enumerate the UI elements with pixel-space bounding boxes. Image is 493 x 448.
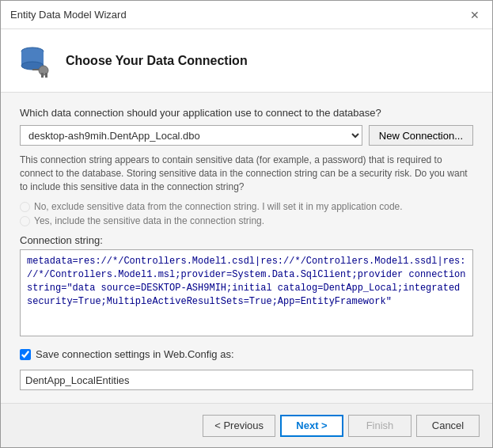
footer: < Previous Next > Finish Cancel <box>1 403 492 447</box>
new-connection-button[interactable]: New Connection... <box>369 125 473 146</box>
radio-no[interactable] <box>20 202 30 212</box>
radio-item-yes: Yes, include the sensitive data in the c… <box>20 215 473 226</box>
content-area: Which data connection should your applic… <box>1 93 492 403</box>
header-title: Choose Your Data Connection <box>66 54 248 68</box>
save-name-input[interactable] <box>20 370 473 390</box>
svg-rect-4 <box>41 73 44 78</box>
radio-item-no: No, exclude sensitive data from the conn… <box>20 201 473 212</box>
dialog-title: Entity Data Model Wizard <box>10 9 127 21</box>
question-label: Which data connection should your applic… <box>20 107 473 119</box>
connection-row: desktop-ash9mih.DentApp_Local.dbo New Co… <box>20 125 473 146</box>
svg-rect-5 <box>45 73 47 78</box>
wizard-header: Choose Your Data Connection <box>1 29 492 93</box>
radio-yes-label: Yes, include the sensitive data in the c… <box>34 215 264 226</box>
next-button[interactable]: Next > <box>280 415 343 437</box>
save-label: Save connection settings in Web.Config a… <box>36 348 234 360</box>
close-button[interactable]: ✕ <box>467 7 483 23</box>
title-bar-left: Entity Data Model Wizard <box>10 9 127 21</box>
finish-button[interactable]: Finish <box>348 415 411 437</box>
sensitive-info-text: This connection string appears to contai… <box>20 154 473 193</box>
connection-dropdown[interactable]: desktop-ash9mih.DentApp_Local.dbo <box>20 125 362 146</box>
title-bar: Entity Data Model Wizard ✕ <box>1 1 492 29</box>
connection-string-label: Connection string: <box>20 234 473 246</box>
database-icon <box>17 42 55 80</box>
dialog-window: Entity Data Model Wizard ✕ Choose Your D… <box>0 0 493 448</box>
connection-string-textarea[interactable] <box>20 249 473 336</box>
radio-yes[interactable] <box>20 216 30 226</box>
radio-no-label: No, exclude sensitive data from the conn… <box>34 201 403 212</box>
cancel-button[interactable]: Cancel <box>416 415 480 437</box>
previous-button[interactable]: < Previous <box>203 415 275 437</box>
save-settings-row: Save connection settings in Web.Config a… <box>20 348 473 360</box>
save-checkbox[interactable] <box>20 349 31 360</box>
radio-group: No, exclude sensitive data from the conn… <box>20 201 473 226</box>
connection-dropdown-wrapper: desktop-ash9mih.DentApp_Local.dbo <box>20 125 362 146</box>
